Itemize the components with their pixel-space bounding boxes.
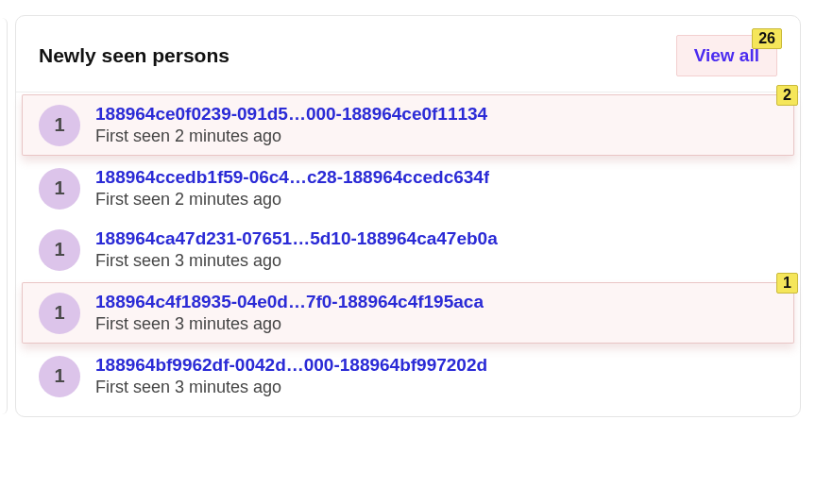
person-id-link[interactable]: 188964c4f18935-04e0d…7f0-188964c4f195aca [95,292,484,312]
adjacent-card-edge [2,18,8,414]
card-header: Newly seen persons View all 26 [16,35,800,92]
person-info: 188964ccedb1f59-06c4…c28-188964ccedc634f… [95,167,489,210]
person-id-link[interactable]: 188964ca47d231-07651…5d10-188964ca47eb0a [95,228,498,249]
person-id-link[interactable]: 188964ccedb1f59-06c4…c28-188964ccedc634f [95,167,489,188]
annotation-badge: 1 [776,273,798,294]
person-item[interactable]: 1188964ccedb1f59-06c4…c28-188964ccedc634… [16,158,800,219]
first-seen-text: First seen 3 minutes ago [95,314,484,334]
first-seen-text: First seen 2 minutes ago [95,190,489,210]
person-item[interactable]: 1188964bf9962df-0042d…000-188964bf997202… [16,345,800,407]
person-item[interactable]: 1188964ca47d231-07651…5d10-188964ca47eb0… [16,219,800,280]
avatar: 1 [39,293,80,334]
avatar: 1 [39,168,80,210]
view-all-label: View all [694,45,759,65]
avatar: 1 [39,229,80,271]
card-title: Newly seen persons [39,44,230,67]
view-all-link[interactable]: View all 26 [676,35,777,76]
avatar: 1 [39,356,80,397]
person-info: 188964ce0f0239-091d5…000-188964ce0f11134… [95,104,487,146]
first-seen-text: First seen 3 minutes ago [95,378,487,397]
annotation-badge: 26 [752,28,782,49]
annotation-badge: 2 [776,85,798,106]
first-seen-text: First seen 2 minutes ago [95,126,487,146]
person-item[interactable]: 1188964ce0f0239-091d5…000-188964ce0f1113… [22,94,794,156]
person-id-link[interactable]: 188964ce0f0239-091d5…000-188964ce0f11134 [95,104,487,125]
newly-seen-persons-card: Newly seen persons View all 26 1188964ce… [15,15,801,417]
first-seen-text: First seen 3 minutes ago [95,251,498,271]
avatar: 1 [39,105,80,146]
person-id-link[interactable]: 188964bf9962df-0042d…000-188964bf997202d [95,355,487,376]
person-info: 188964bf9962df-0042d…000-188964bf997202d… [95,355,487,397]
person-list: 1188964ce0f0239-091d5…000-188964ce0f1113… [16,94,800,407]
person-info: 188964c4f18935-04e0d…7f0-188964c4f195aca… [95,292,484,334]
person-item[interactable]: 1188964c4f18935-04e0d…7f0-188964c4f195ac… [22,282,794,344]
person-info: 188964ca47d231-07651…5d10-188964ca47eb0a… [95,228,498,271]
